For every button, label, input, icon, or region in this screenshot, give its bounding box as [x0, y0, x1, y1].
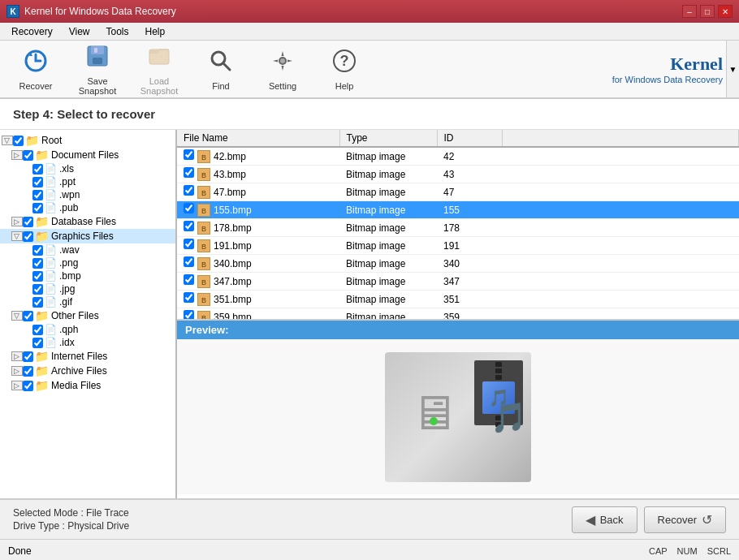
- file-type-cell-9: Bitmap image: [339, 308, 437, 321]
- file-checkbox-2[interactable]: [184, 185, 194, 196]
- tree-label-18: Media Files: [51, 380, 101, 391]
- tree-checkbox-8[interactable]: [32, 245, 43, 256]
- drive-type-row: Drive Type : Physical Drive: [13, 520, 129, 532]
- tree-label-4: .wpn: [59, 189, 80, 200]
- tree-node-17[interactable]: ▷📁Archive Files: [0, 364, 175, 378]
- tree-checkbox-5[interactable]: [32, 203, 43, 213]
- tree-toggle[interactable]: ▽: [2, 136, 13, 145]
- tree-checkbox-2[interactable]: [32, 164, 43, 174]
- minimize-button[interactable]: –: [682, 5, 697, 18]
- file-checkbox-9[interactable]: [184, 310, 194, 320]
- tree-label-15: .idx: [59, 337, 75, 348]
- table-row[interactable]: B191.bmpBitmap image191: [177, 237, 739, 255]
- tree-checkbox-10[interactable]: [32, 271, 43, 282]
- tree-checkbox-11[interactable]: [32, 284, 43, 295]
- tree-checkbox-12[interactable]: [32, 297, 43, 308]
- tree-node-14[interactable]: 📄.qph: [0, 323, 175, 336]
- col-header-1[interactable]: Type: [339, 130, 437, 147]
- menu-item-help[interactable]: Help: [137, 24, 174, 39]
- tree-checkbox-14[interactable]: [32, 325, 43, 335]
- tree-node-2[interactable]: 📄.xls: [0, 162, 175, 175]
- file-type-icon-2: B: [197, 186, 210, 199]
- tree-checkbox-18[interactable]: [23, 381, 33, 391]
- tree-node-13[interactable]: ▽📁Other Files: [0, 308, 175, 323]
- file-type-cell-8: Bitmap image: [339, 291, 437, 308]
- file-id-cell-9: 359: [437, 308, 502, 321]
- tree-toggle[interactable]: ▽: [11, 311, 23, 321]
- tree-checkbox-9[interactable]: [32, 258, 43, 269]
- menu-item-recovery[interactable]: Recovery: [3, 24, 61, 39]
- file-checkbox-8[interactable]: [184, 292, 194, 303]
- tree-checkbox-4[interactable]: [32, 190, 43, 200]
- table-row[interactable]: B347.bmpBitmap image347: [177, 273, 739, 291]
- tree-node-9[interactable]: 📄.png: [0, 256, 175, 269]
- back-button[interactable]: ◀ Back: [572, 506, 637, 533]
- file-checkbox-4[interactable]: [184, 221, 194, 231]
- col-header-2[interactable]: ID: [437, 130, 502, 147]
- tree-node-12[interactable]: 📄.gif: [0, 295, 175, 308]
- file-checkbox-5[interactable]: [184, 239, 194, 249]
- tree-node-7[interactable]: ▽📁Graphics Files: [0, 229, 175, 243]
- recover-toolbar-btn[interactable]: Recover: [6, 43, 65, 95]
- find-toolbar-btn[interactable]: Find: [192, 43, 250, 95]
- tree-checkbox-1[interactable]: [23, 150, 33, 161]
- setting-toolbar-btn[interactable]: Setting: [253, 43, 312, 95]
- file-checkbox-3[interactable]: [184, 203, 194, 213]
- tree-node-10[interactable]: 📄.bmp: [0, 269, 175, 282]
- tree-toggle[interactable]: ▷: [11, 351, 23, 361]
- file-name-cell-5: B191.bmp: [177, 237, 339, 255]
- tree-checkbox-0[interactable]: [13, 136, 24, 146]
- tree-node-11[interactable]: 📄.jpg: [0, 282, 175, 295]
- tree-node-8[interactable]: 📄.wav: [0, 243, 175, 256]
- menu-item-tools[interactable]: Tools: [97, 24, 136, 39]
- file-checkbox-1[interactable]: [184, 167, 194, 178]
- svg-rect-3: [93, 58, 102, 64]
- close-button[interactable]: ✕: [718, 5, 733, 18]
- tree-checkbox-6[interactable]: [23, 217, 33, 227]
- toolbar-more[interactable]: ▼: [726, 41, 739, 97]
- table-row[interactable]: B155.bmpBitmap image155: [177, 201, 739, 219]
- tree-node-4[interactable]: 📄.wpn: [0, 188, 175, 201]
- tree-checkbox-13[interactable]: [23, 311, 33, 321]
- tree-toggle[interactable]: ▽: [11, 231, 23, 241]
- table-row[interactable]: B351.bmpBitmap image351: [177, 291, 739, 308]
- tree-node-3[interactable]: 📄.ppt: [0, 175, 175, 188]
- help-toolbar-btn[interactable]: ?Help: [315, 43, 374, 95]
- tree-checkbox-17[interactable]: [23, 366, 33, 377]
- tree-toggle[interactable]: ▷: [11, 381, 23, 390]
- tree-checkbox-3[interactable]: [32, 177, 43, 187]
- tree-toggle[interactable]: ▷: [11, 366, 23, 376]
- menu-item-view[interactable]: View: [61, 24, 98, 39]
- tree-toggle[interactable]: ▷: [11, 217, 23, 226]
- col-header-3[interactable]: [502, 130, 739, 147]
- tree-node-1[interactable]: ▷📁Document Files: [0, 148, 175, 162]
- file-table-header: File NameTypeID: [177, 130, 739, 147]
- table-row[interactable]: B178.bmpBitmap image178: [177, 219, 739, 237]
- table-row[interactable]: B359.bmpBitmap image359: [177, 308, 739, 321]
- file-checkbox-6[interactable]: [184, 256, 194, 267]
- table-row[interactable]: B43.bmpBitmap image43: [177, 166, 739, 183]
- col-header-0[interactable]: File Name: [177, 130, 339, 147]
- maximize-button[interactable]: □: [700, 5, 715, 18]
- tree-toggle[interactable]: ▷: [11, 150, 23, 160]
- tree-node-18[interactable]: ▷📁Media Files: [0, 378, 175, 393]
- tree-node-6[interactable]: ▷📁Database Files: [0, 214, 175, 229]
- tree-node-0[interactable]: ▽📁Root: [0, 133, 175, 148]
- save-snapshot-toolbar-btn[interactable]: Save Snapshot: [68, 43, 127, 95]
- tree-checkbox-15[interactable]: [32, 338, 43, 348]
- file-checkbox-0[interactable]: [184, 149, 194, 160]
- file-checkbox-7[interactable]: [184, 274, 194, 285]
- tree-checkbox-16[interactable]: [23, 351, 33, 362]
- menubar: RecoveryViewToolsHelp: [0, 23, 739, 41]
- table-row[interactable]: B340.bmpBitmap image340: [177, 255, 739, 273]
- recover-button[interactable]: Recover ↺: [644, 506, 726, 533]
- table-row[interactable]: B47.bmpBitmap image47: [177, 183, 739, 201]
- file-tree[interactable]: ▽📁Root▷📁Document Files📄.xls📄.ppt📄.wpn📄.p…: [0, 130, 177, 498]
- tree-node-16[interactable]: ▷📁Internet Files: [0, 349, 175, 364]
- table-row[interactable]: B42.bmpBitmap image42: [177, 147, 739, 166]
- tree-checkbox-7[interactable]: [23, 231, 33, 242]
- file-type-icon-4: B: [197, 222, 210, 235]
- file-table-container[interactable]: File NameTypeID B42.bmpBitmap image42B43…: [177, 130, 739, 320]
- tree-node-5[interactable]: 📄.pub: [0, 201, 175, 214]
- tree-node-15[interactable]: 📄.idx: [0, 336, 175, 349]
